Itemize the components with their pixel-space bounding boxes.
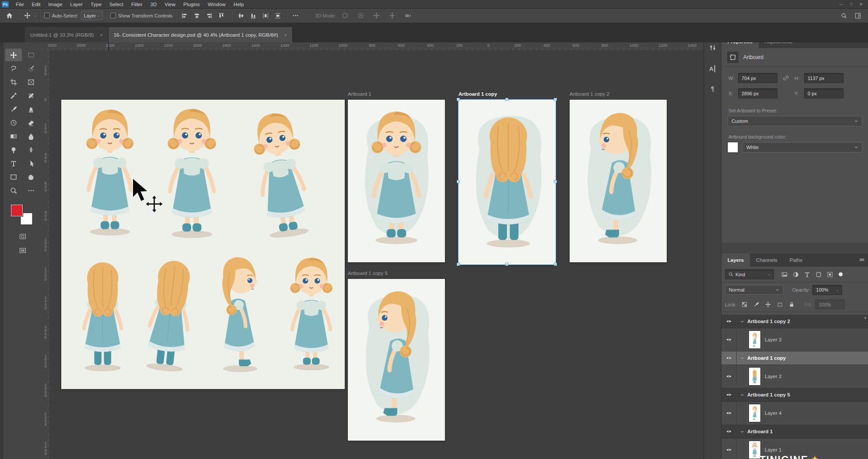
roll-3d-button[interactable] [355,10,367,21]
width-field[interactable]: 704 px [738,73,777,83]
history-brush-tool[interactable] [5,116,22,129]
align-left-button[interactable] [179,10,190,21]
sliders-panel-icon[interactable] [707,42,718,53]
lock-all-icon[interactable] [787,300,796,309]
close-button[interactable]: ✕ [859,2,863,7]
document-tab-2[interactable]: 16- Consistent Character design.psd @ 40… [108,27,293,42]
ellipsis-tool[interactable] [23,184,39,197]
scrollbar-up-icon[interactable]: ▲ [864,316,867,320]
height-field[interactable]: 1137 px [804,73,844,83]
home-button[interactable] [4,10,15,21]
hand-tool[interactable] [23,170,39,183]
selection-handle[interactable] [505,263,508,266]
filter-toggle[interactable] [839,272,843,276]
artboard-2[interactable] [348,100,445,262]
tab-channels[interactable]: Channels [750,254,784,267]
blur-tool[interactable] [23,130,39,143]
adjustment-layer-filter-icon[interactable] [791,270,801,279]
distribute-h-button[interactable] [260,10,271,21]
artboard-label[interactable]: Artboard 1 [348,91,371,97]
path-select-tool[interactable] [23,157,39,170]
move-tool-preset[interactable] [21,10,33,21]
lock-artboard-icon[interactable] [775,300,784,309]
align-middle-button[interactable] [235,10,247,21]
smart-object-filter-icon[interactable] [825,270,835,279]
artboard-bg-dropdown[interactable]: White [742,142,862,153]
frame-tool[interactable] [23,76,39,88]
artboard-bg-swatch[interactable] [728,142,738,153]
move-tool[interactable] [5,49,22,61]
shape-layer-filter-icon[interactable] [814,270,823,279]
chevron-down-icon[interactable] [737,320,747,323]
distribute-v-button[interactable] [272,10,284,21]
slide-3d-button[interactable] [387,10,398,21]
menu-edit[interactable]: Edit [28,1,45,8]
drag-3d-button[interactable] [371,10,382,21]
selection-handle[interactable] [554,263,557,266]
minimize-button[interactable]: — [839,2,843,7]
more-align-options-button[interactable] [290,10,301,21]
crop-tool[interactable] [5,76,22,88]
auto-select-target-dropdown[interactable]: Layer ⌄ [81,11,103,20]
eraser-tool[interactable] [23,116,39,129]
visibility-eye-icon[interactable] [721,388,737,401]
artboard-label[interactable]: Artboard 1 copy [458,91,497,97]
align-right-button[interactable] [203,10,215,21]
pixel-layer-filter-icon[interactable] [780,270,789,279]
link-dimensions-icon[interactable] [783,75,789,81]
close-tab-icon[interactable]: × [284,32,287,38]
menu-filter[interactable]: Filter [127,1,147,8]
healing-tool[interactable] [23,89,39,102]
visibility-eye-icon[interactable] [721,328,737,351]
lock-position-icon[interactable] [763,300,773,309]
panel-menu-icon[interactable] [859,254,868,267]
artboard-5[interactable] [348,279,445,441]
artboard-label[interactable]: Artboard 1 copy 2 [570,91,609,97]
screen-mode-button[interactable] [15,246,30,255]
workspace-switcher-icon[interactable] [852,10,864,21]
selection-handle[interactable] [554,98,557,101]
visibility-eye-icon[interactable] [721,438,737,459]
menu-plugins[interactable]: Plugins [179,1,204,8]
chevron-down-icon[interactable] [737,430,747,434]
visibility-eye-icon[interactable] [721,315,737,328]
tab-layers[interactable]: Layers [721,254,750,267]
marquee-tool[interactable] [23,49,39,61]
maximize-button[interactable]: □ [850,2,852,7]
gradient-tool[interactable] [5,130,22,143]
selection-handle[interactable] [457,98,460,101]
menu-type[interactable]: Type [87,1,105,8]
rectangle-tool[interactable] [5,170,22,183]
layer-group-row[interactable]: Artboard 1 [721,425,868,438]
selection-handle[interactable] [554,180,557,183]
artboard-3[interactable] [458,100,556,264]
vertical-ruler[interactable]: 2 0 002 0 04 0 06 0 08 0 01 0 0 01 2 0 0… [42,50,50,459]
layer-row[interactable]: Layer 3 [721,328,868,351]
align-center-h-button[interactable] [191,10,203,21]
artboard-4[interactable] [570,100,667,262]
selection-handle[interactable] [457,180,460,183]
visibility-eye-icon[interactable] [721,365,737,388]
lock-transparent-icon[interactable] [739,300,749,309]
foreground-color-swatch[interactable] [11,205,23,216]
kind-filter-dropdown[interactable]: Kind ⌄ [725,269,774,279]
menu-view[interactable]: View [161,1,179,8]
align-top-button[interactable] [216,10,227,21]
y-field[interactable]: 0 px [804,88,844,98]
chevron-down-icon[interactable] [737,356,747,360]
character-panel-icon[interactable]: A⎮ [707,63,718,74]
layer-row[interactable]: Layer 4 [721,402,868,425]
menu-window[interactable]: Window [204,1,230,8]
tab-paths[interactable]: Paths [784,254,808,267]
menu-3d[interactable]: 3D [147,1,161,8]
lasso-tool[interactable] [5,62,22,75]
camera-3d-button[interactable] [402,10,414,21]
clone-stamp-tool[interactable] [23,103,39,115]
quick-select-tool[interactable] [23,62,39,75]
preset-dropdown[interactable]: Custom [728,116,862,126]
brush-tool[interactable] [5,103,22,115]
menu-help[interactable]: Help [230,1,248,8]
blend-mode-dropdown[interactable]: Normal [725,285,784,295]
close-tab-icon[interactable]: × [100,32,102,38]
menu-image[interactable]: Image [44,1,66,8]
